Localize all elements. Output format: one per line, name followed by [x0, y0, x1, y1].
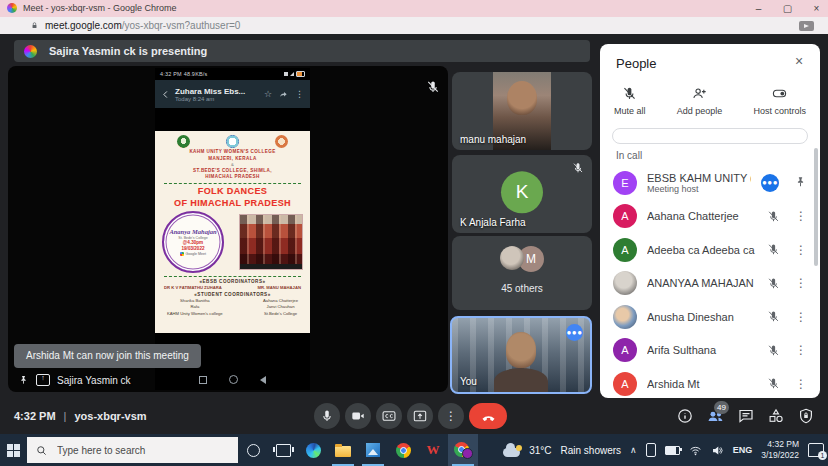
chrome-icon [396, 443, 411, 458]
chat-button-icon[interactable] [738, 408, 754, 424]
weather-icon[interactable] [503, 448, 520, 457]
in-call-label: In call [616, 150, 642, 161]
volume-icon[interactable] [711, 444, 724, 457]
close-button[interactable]: × [811, 3, 822, 14]
task-view-button[interactable] [268, 434, 298, 466]
mic-off-icon[interactable] [767, 377, 780, 390]
video-tile-k-anjala-farha[interactable]: K K Anjala Farha [452, 155, 592, 233]
more-options-icon[interactable]: ⋮ [795, 344, 807, 356]
poster-college-1-place: MANJERI, KERALA [155, 156, 310, 163]
edge-icon [306, 443, 321, 458]
pin-icon[interactable] [18, 375, 29, 386]
captions-button[interactable] [376, 403, 402, 429]
close-icon[interactable]: × [791, 53, 807, 69]
video-tile-you[interactable]: ●●● You [450, 316, 592, 394]
clock-date: 3/19/2022 [761, 450, 799, 461]
panel-scrollbar[interactable] [814, 148, 818, 266]
host-more-button[interactable]: ●●● [761, 174, 779, 192]
tile-more-button[interactable]: ●●● [566, 324, 583, 341]
captions-icon [382, 409, 396, 423]
notification-badge: 1 [818, 451, 827, 460]
your-phone-icon[interactable] [646, 443, 656, 457]
search-input[interactable] [55, 444, 219, 457]
windows-logo-icon [7, 444, 20, 457]
chrome-urlbar: meet.google.com/yos-xbqr-vsm?authuser=0 [0, 17, 828, 35]
lock-icon[interactable] [30, 21, 39, 30]
video-tile-others[interactable]: M 45 others [452, 236, 592, 310]
more-options-button[interactable]: ⋮ [438, 403, 464, 429]
more-options-icon[interactable]: ⋮ [795, 244, 807, 256]
more-options-icon[interactable]: ⋮ [795, 277, 807, 289]
action-center-icon[interactable]: 1 [808, 443, 824, 457]
clock-time: 4:32 PM [761, 439, 799, 450]
mic-off-icon [572, 162, 584, 174]
mic-off-icon[interactable] [767, 344, 780, 357]
weather-temp[interactable]: 31°C [529, 445, 551, 456]
meeting-time: 4:32 PM [14, 410, 56, 422]
taskbar-clock[interactable]: 4:32 PM 3/19/2022 [761, 439, 799, 460]
android-recents-icon [199, 376, 207, 384]
more-dots-icon: ⋮ [445, 409, 457, 423]
phone-status-icon [284, 72, 288, 76]
more-options-icon[interactable]: ⋮ [795, 210, 807, 222]
activities-icon[interactable] [768, 408, 784, 424]
video-tile-manu-mahajan[interactable]: manu mahajan [452, 72, 592, 150]
host-controls-icon[interactable] [798, 408, 814, 424]
mic-button[interactable] [314, 403, 340, 429]
chat-title: Zuhara Miss Ebs... [175, 87, 259, 96]
meeting-details-icon[interactable] [677, 408, 693, 424]
participant-row: ANANYAA MAHAJAN ⋮ [600, 267, 820, 301]
phone-battery-icon [296, 71, 305, 77]
active-meet-window-button[interactable] [448, 434, 478, 466]
end-call-button[interactable] [469, 403, 507, 429]
host-controls-button[interactable]: Host controls [753, 86, 806, 116]
mic-off-icon[interactable] [767, 277, 780, 290]
photos-button[interactable] [358, 434, 388, 466]
forward-icon [279, 90, 288, 99]
toggle-icon [772, 86, 787, 101]
network-icon[interactable] [689, 444, 702, 457]
avatar: K [501, 171, 543, 213]
taskbar-search[interactable] [27, 437, 238, 463]
mic-off-icon[interactable] [767, 310, 780, 323]
phone-status-bar: 4:32 PM 48.9KB/s [155, 68, 310, 80]
camera-button[interactable] [345, 403, 371, 429]
cortana-button[interactable] [238, 434, 268, 466]
mic-off-icon[interactable] [767, 243, 780, 256]
stamp-time: @4.30pm [164, 240, 222, 245]
tray-expand-icon[interactable]: ∧ [630, 445, 637, 455]
language-indicator[interactable]: ENG [733, 445, 753, 455]
participant-row: A Arifa Sulthana ⋮ [600, 334, 820, 368]
meet-favicon-icon [7, 3, 17, 13]
presentation-tile[interactable]: 4:32 PM 48.9KB/s Zuhara Miss Ebs... Toda… [8, 66, 448, 392]
present-button[interactable] [407, 403, 433, 429]
menu-dots-icon: ⋮ [295, 90, 304, 99]
mic-off-icon[interactable] [767, 210, 780, 223]
people-button[interactable]: 49 [707, 408, 724, 425]
mute-all-button[interactable]: Mute all [614, 86, 646, 116]
address-bar[interactable]: meet.google.com/yos-xbqr-vsm?authuser=0 [45, 17, 240, 34]
tile-name: 45 others [452, 283, 592, 294]
meet-bottom-bar: 4:32 PM | yos-xbqr-vsm ⋮ 49 [0, 398, 828, 434]
chrome-button[interactable] [388, 434, 418, 466]
chrome-meet-icon [454, 442, 472, 458]
wps-button[interactable]: W [418, 434, 448, 466]
restore-button[interactable]: ▢ [782, 3, 793, 14]
weather-condition[interactable]: Rain showers [560, 445, 621, 456]
start-button[interactable] [0, 434, 27, 466]
chrome-titlebar: Meet - yos-xbqr-vsm - Google Chrome – ▢ … [0, 0, 828, 17]
file-explorer-button[interactable] [328, 434, 358, 466]
poster-college-2: ST.BEDE'S COLLEGE, SHIMLA, [155, 168, 310, 175]
search-input[interactable] [612, 128, 808, 144]
pin-icon[interactable] [794, 176, 807, 189]
phone-time: 4:32 PM [160, 71, 182, 77]
more-options-icon[interactable]: ⋮ [795, 311, 807, 323]
edge-button[interactable] [298, 434, 328, 466]
camera-icon [351, 409, 365, 423]
minimize-button[interactable]: – [753, 3, 764, 14]
more-options-icon[interactable]: ⋮ [795, 378, 807, 390]
add-people-button[interactable]: Add people [677, 86, 723, 116]
event-poster: KAHM UNITY WOMEN'S COLLEGE MANJERI, KERA… [155, 131, 310, 333]
battery-icon[interactable] [665, 446, 680, 455]
media-session-icon[interactable] [799, 21, 814, 31]
